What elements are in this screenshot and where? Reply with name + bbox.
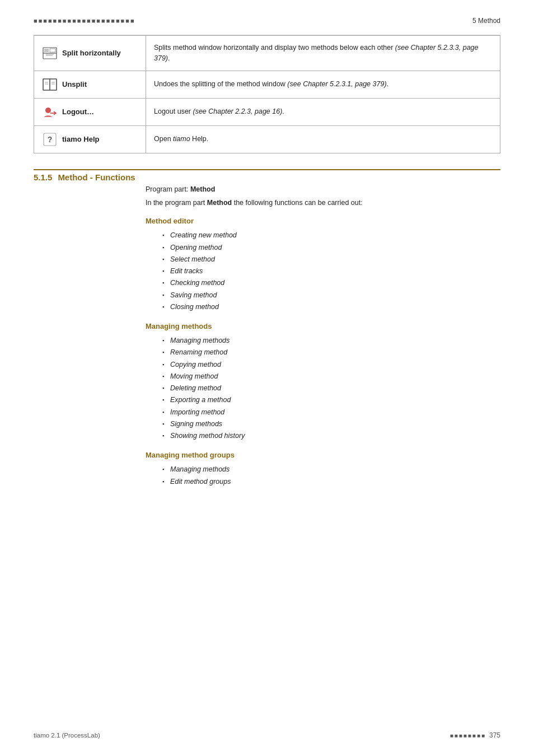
logout-desc: Logout user (see Chapter 2.2.3, page 16)… [146, 98, 500, 125]
list-item: Checking method [162, 277, 500, 289]
section-title: Method - Functions [58, 172, 135, 182]
list-item: Moving method [162, 371, 500, 382]
top-bar: ■■■■■■■■■■■■■■■■■■■■■ 5 Method [34, 17, 500, 25]
menu-table: Split horizontally Splits method window … [34, 35, 500, 153]
program-part-label: Program part: Method [146, 185, 500, 193]
list-item: Exporting a method [162, 394, 500, 406]
svg-point-13 [45, 108, 51, 113]
split-horizontally-desc: Splits method window horizontally and di… [146, 36, 500, 71]
list-item: Renaming method [162, 347, 500, 358]
list-item: Copying method [162, 359, 500, 371]
unsplit-desc: Undoes the splitting of the method windo… [146, 71, 500, 98]
subsection-method-editor: Method editor [146, 217, 500, 225]
footer-dots: ■■■■■■■■ [450, 732, 486, 739]
program-part-value: Method [190, 185, 215, 193]
list-item: Managing methods [162, 335, 500, 347]
list-item: Creating new method [162, 230, 500, 241]
subsection-managing-method-groups: Managing method groups [146, 451, 500, 459]
page-number: 375 [489, 731, 500, 739]
intro-text: In the program part Method the following… [146, 198, 500, 208]
menu-item-cell: Logout… [34, 98, 146, 125]
list-item: Select method [162, 254, 500, 265]
list-item: Signing methods [162, 418, 500, 430]
split-horizontal-icon [42, 46, 58, 60]
help-icon: ? [42, 133, 58, 146]
table-row: Split horizontally Splits method window … [34, 36, 500, 71]
svg-text:?: ? [48, 135, 53, 144]
method-bold: Method [207, 199, 232, 207]
managing-methods-list: Managing methods Renaming method Copying… [162, 335, 500, 442]
section-heading: 5.1.5 Method - Functions [34, 169, 500, 182]
list-item: Edit tracks [162, 265, 500, 277]
tiamo-help-label: tiamo Help [62, 135, 99, 143]
menu-item-cell: Unsplit [34, 71, 146, 98]
section-number: 5.1.5 [34, 172, 52, 182]
svg-rect-8 [50, 79, 57, 90]
menu-item-cell: Split horizontally [34, 36, 146, 71]
unsplit-icon [42, 78, 58, 91]
managing-method-groups-list: Managing methods Edit method groups [162, 464, 500, 488]
method-editor-list: Creating new method Opening method Selec… [162, 230, 500, 313]
footer-page: ■■■■■■■■ 375 [450, 731, 500, 739]
list-item: Opening method [162, 242, 500, 254]
footer-app: tiamo 2.1 (ProcessLab) [34, 732, 100, 739]
top-dots: ■■■■■■■■■■■■■■■■■■■■■ [34, 17, 135, 24]
logout-icon [42, 105, 58, 119]
table-row: Logout… Logout user (see Chapter 2.2.3, … [34, 98, 500, 125]
list-item: Closing method [162, 301, 500, 313]
subsection-managing-methods: Managing methods [146, 322, 500, 330]
list-item: Managing methods [162, 464, 500, 475]
split-horizontally-label: Split horizontally [62, 49, 121, 57]
tiamo-help-desc: Open tiamo Help. [146, 125, 500, 153]
top-chapter: 5 Method [472, 17, 500, 25]
list-item: Saving method [162, 290, 500, 301]
svg-rect-2 [44, 49, 49, 52]
table-row: Unsplit Undoes the splitting of the meth… [34, 71, 500, 98]
list-item: Deleting method [162, 382, 500, 394]
list-item: Edit method groups [162, 476, 500, 488]
unsplit-label: Unsplit [62, 80, 87, 88]
footer: tiamo 2.1 (ProcessLab) ■■■■■■■■ 375 [34, 731, 500, 739]
list-item: Showing method history [162, 430, 500, 442]
menu-item-cell: ? tiamo Help [34, 125, 146, 153]
svg-rect-3 [50, 49, 55, 52]
logout-label: Logout… [62, 108, 94, 116]
svg-rect-7 [43, 79, 50, 90]
table-row: ? tiamo Help Open tiamo Help. [34, 125, 500, 153]
list-item: Importing method [162, 407, 500, 418]
